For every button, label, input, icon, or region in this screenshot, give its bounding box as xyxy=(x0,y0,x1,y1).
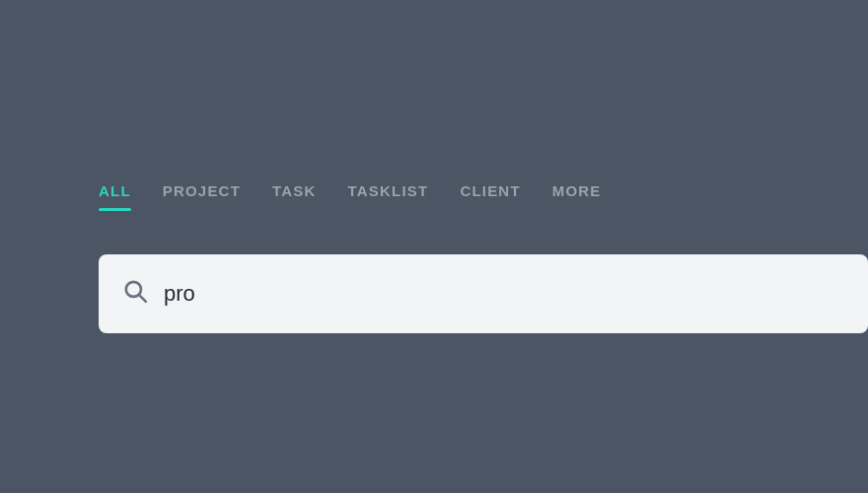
tab-tasklist[interactable]: TASKLIST xyxy=(348,182,429,207)
nav-tabs: ALL PROJECT TASK TASKLIST CLIENT MORE xyxy=(99,182,602,207)
tab-client[interactable]: CLIENT xyxy=(460,182,520,207)
search-icon xyxy=(122,278,148,310)
tab-project[interactable]: PROJECT xyxy=(163,182,241,207)
svg-line-1 xyxy=(139,295,146,302)
tab-more[interactable]: MORE xyxy=(552,182,602,207)
search-container xyxy=(99,254,868,333)
search-input[interactable] xyxy=(164,281,844,307)
page-container: ALL PROJECT TASK TASKLIST CLIENT MORE xyxy=(0,0,868,493)
tab-task[interactable]: TASK xyxy=(272,182,317,207)
tab-all[interactable]: ALL xyxy=(99,182,131,207)
